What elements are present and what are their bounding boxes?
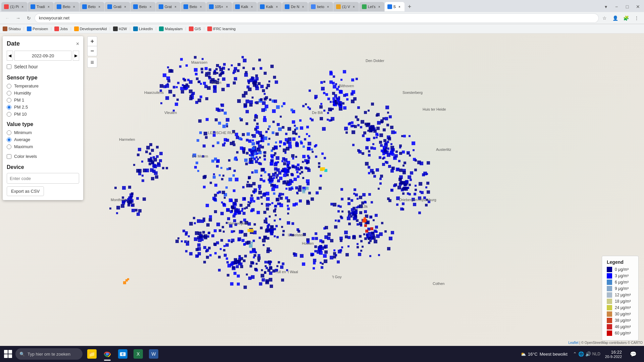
sensor-square[interactable]: [197, 243, 201, 247]
sensor-square[interactable]: [337, 260, 340, 263]
sensor-square[interactable]: [201, 68, 203, 70]
sensor-square[interactable]: [274, 100, 277, 103]
sensor-square[interactable]: [254, 254, 256, 257]
sensor-square[interactable]: [415, 185, 417, 187]
sensor-square[interactable]: [226, 125, 228, 127]
sensor-square[interactable]: [361, 201, 364, 204]
tab-6[interactable]: Grat×: [156, 2, 180, 11]
sensor-square[interactable]: [237, 63, 240, 66]
sensor-square[interactable]: [273, 76, 276, 79]
chevron-up-icon[interactable]: ⌃: [573, 351, 577, 357]
sensor-square[interactable]: [273, 209, 276, 213]
sensor-square[interactable]: [131, 192, 133, 195]
sensor-square[interactable]: [214, 210, 217, 213]
sensor-square[interactable]: [359, 235, 362, 238]
sensor-square[interactable]: [189, 222, 193, 226]
sensor-square[interactable]: [266, 203, 269, 207]
sensor-square[interactable]: [248, 139, 252, 143]
sensor-type-radio-2[interactable]: [7, 98, 11, 103]
sensor-square[interactable]: [355, 116, 358, 118]
sensor-square[interactable]: [314, 245, 317, 248]
sensor-square[interactable]: [344, 231, 348, 234]
sensor-square[interactable]: [246, 100, 249, 103]
sensor-square[interactable]: [275, 141, 277, 143]
sensor-square[interactable]: [258, 185, 261, 188]
sensor-square[interactable]: [181, 240, 183, 242]
sensor-square[interactable]: [300, 254, 304, 258]
taskbar-word[interactable]: W: [146, 347, 161, 361]
sensor-square[interactable]: [202, 231, 205, 234]
sensor-square[interactable]: [275, 132, 279, 136]
sensor-square[interactable]: [203, 176, 206, 179]
sensor-square[interactable]: [339, 205, 342, 208]
sensor-square[interactable]: [330, 256, 333, 259]
sensor-square[interactable]: [376, 234, 380, 238]
sensor-square[interactable]: [286, 164, 288, 166]
sensor-square[interactable]: [250, 251, 252, 253]
sensor-square[interactable]: [327, 233, 331, 236]
sensor-square[interactable]: [400, 207, 403, 210]
sensor-square[interactable]: [188, 235, 190, 237]
sensor-square[interactable]: [340, 79, 342, 81]
sensor-square[interactable]: [163, 85, 166, 88]
bookmark-0[interactable]: Shiatsu: [3, 26, 21, 31]
tab-close-8[interactable]: ×: [225, 4, 229, 9]
sensor-square[interactable]: [335, 102, 338, 105]
sensor-square[interactable]: [220, 248, 222, 250]
sensor-square[interactable]: [368, 166, 370, 169]
sensor-square[interactable]: [228, 68, 230, 70]
sensor-square[interactable]: [279, 193, 282, 196]
taskbar-search[interactable]: 🔍 Typ hier om te zoeken: [15, 348, 83, 360]
sensor-square[interactable]: [379, 133, 383, 137]
sensor-square[interactable]: [203, 186, 206, 188]
sensor-square[interactable]: [269, 272, 272, 275]
sensor-square[interactable]: [360, 126, 362, 128]
sensor-square[interactable]: [371, 126, 374, 129]
sensor-square[interactable]: [160, 102, 162, 104]
sensor-square[interactable]: [313, 259, 316, 262]
sensor-square[interactable]: [368, 242, 370, 244]
sensor-square[interactable]: [128, 186, 131, 189]
sensor-square[interactable]: [153, 158, 157, 162]
sensor-square[interactable]: [393, 184, 396, 187]
sensor-square[interactable]: [351, 121, 354, 124]
sensor-square[interactable]: [213, 131, 215, 133]
sensor-square[interactable]: [121, 204, 124, 208]
sensor-square[interactable]: [291, 222, 294, 225]
sensor-square[interactable]: [167, 83, 169, 85]
sensor-square[interactable]: [330, 203, 333, 205]
sensor-square[interactable]: [428, 200, 430, 203]
sensor-square[interactable]: [259, 282, 262, 286]
sensor-square[interactable]: [399, 169, 402, 172]
bookmark-button[interactable]: ☆: [600, 13, 609, 23]
sensor-square[interactable]: [249, 158, 253, 162]
sensor-square[interactable]: [339, 90, 343, 94]
sensor-square[interactable]: [278, 127, 282, 131]
sensor-square[interactable]: [297, 175, 300, 178]
sensor-square[interactable]: [352, 130, 355, 134]
sensor-square[interactable]: [345, 235, 348, 238]
sensor-square[interactable]: [218, 256, 221, 258]
sensor-square[interactable]: [320, 117, 323, 120]
sensor-square[interactable]: [427, 161, 430, 165]
sensor-square[interactable]: [176, 99, 179, 101]
sensor-square[interactable]: [276, 198, 279, 201]
battery-icon[interactable]: NLD: [592, 352, 600, 356]
sensor-square[interactable]: [315, 232, 317, 235]
sensor-square[interactable]: [201, 71, 203, 73]
sensor-square[interactable]: [302, 189, 305, 192]
sensor-square[interactable]: [267, 237, 269, 240]
sensor-square[interactable]: [320, 262, 322, 264]
sensor-square[interactable]: [215, 118, 218, 121]
sensor-square[interactable]: [363, 233, 365, 235]
sensor-square[interactable]: [373, 175, 376, 178]
sensor-square[interactable]: [185, 83, 188, 86]
sensor-square[interactable]: [195, 73, 198, 75]
sensor-square[interactable]: [276, 265, 278, 267]
sensor-square[interactable]: [365, 146, 369, 149]
sensor-square[interactable]: [320, 175, 322, 177]
sensor-square[interactable]: [269, 203, 271, 205]
sensor-square[interactable]: [234, 261, 237, 264]
sensor-square[interactable]: [394, 154, 398, 158]
sensor-square[interactable]: [209, 215, 212, 218]
